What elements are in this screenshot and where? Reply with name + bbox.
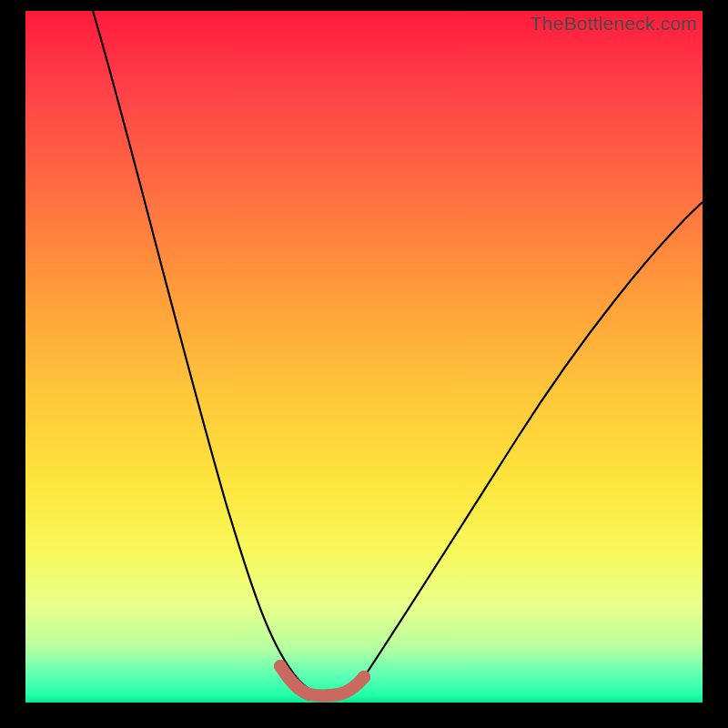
watermark-text: TheBottleneck.com	[531, 13, 697, 35]
plot-area	[25, 11, 703, 703]
svg-point-0	[274, 660, 287, 672]
trough-markers	[280, 666, 364, 696]
svg-point-1	[358, 671, 370, 683]
bottleneck-curve-svg	[25, 11, 703, 703]
chart-frame: TheBottleneck.com	[0, 0, 728, 728]
bottleneck-curve-path	[93, 11, 703, 695]
